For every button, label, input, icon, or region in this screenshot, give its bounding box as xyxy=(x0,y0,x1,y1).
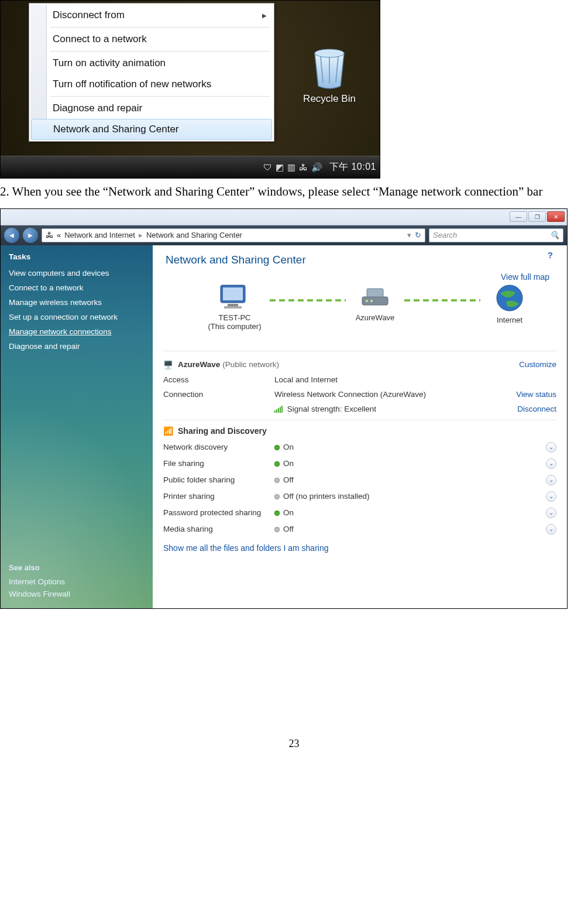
menu-turn-off-notification[interactable]: Turn off notification of new networks xyxy=(30,74,273,95)
tray-app-icon[interactable]: ◩ xyxy=(276,162,284,173)
volume-icon[interactable]: 🔊 xyxy=(311,162,322,173)
map-router-label: AzureWave xyxy=(334,313,416,322)
divider xyxy=(163,351,556,351)
map-pc-label: TEST-PC xyxy=(194,313,276,322)
row-label: Access xyxy=(163,375,274,384)
breadcrumb-seg-2[interactable]: Network and Sharing Center xyxy=(146,231,242,239)
page-number: 23 xyxy=(0,738,588,750)
view-status-link[interactable]: View status xyxy=(486,390,556,399)
sidebar-task-connect-network[interactable]: Connect to a network xyxy=(9,280,145,295)
sharing-row: File sharingOn⌄ xyxy=(163,456,556,472)
map-node-internet: Internet xyxy=(469,283,551,324)
search-icon: 🔍 xyxy=(550,231,559,239)
nav-forward-button[interactable]: ► xyxy=(23,228,38,243)
search-placeholder: Search xyxy=(433,231,457,239)
map-pc-sublabel: (This computer) xyxy=(194,322,276,331)
row-value: On xyxy=(274,508,486,517)
breadcrumb[interactable]: 🖧 « Network and Internet ▸ Network and S… xyxy=(42,228,425,242)
sidebar-task-manage-connections[interactable]: Manage network connections xyxy=(9,324,145,339)
sidebar-task-setup-connection[interactable]: Set up a connection or network xyxy=(9,310,145,324)
breadcrumb-dropdown-icon[interactable]: ▾ xyxy=(407,231,411,239)
trash-icon xyxy=(308,43,351,90)
system-tray: 🛡 ◩ ▥ 🖧 🔊 下午 10:01 xyxy=(263,156,376,178)
expand-button[interactable]: ⌄ xyxy=(546,508,556,518)
row-value: Signal strength: Excellent xyxy=(274,405,486,413)
close-button[interactable]: ✕ xyxy=(547,211,565,222)
sharing-discovery-heading: 📶 Sharing and Discovery xyxy=(163,426,556,436)
customize-link[interactable]: Customize xyxy=(519,360,556,369)
row-value: Off xyxy=(274,475,486,484)
network-connection-row: Connection Wireless Network Connection (… xyxy=(163,387,556,402)
network-header-row: 🖥️ AzureWave (Public network) Customize xyxy=(163,357,556,372)
row-value: On xyxy=(274,459,486,468)
expand-button[interactable]: ⌄ xyxy=(546,475,556,485)
main-panel: ? Network and Sharing Center View full m… xyxy=(153,245,567,608)
sharing-row: Password protected sharingOn⌄ xyxy=(163,505,556,521)
taskbar: 🛡 ◩ ▥ 🖧 🔊 下午 10:01 xyxy=(1,156,380,178)
status-dot-icon xyxy=(274,478,280,483)
router-icon xyxy=(357,283,393,311)
sidebar-task-view-computers[interactable]: View computers and devices xyxy=(9,266,145,280)
sidebar-task-manage-wireless[interactable]: Manage wireless networks xyxy=(9,295,145,310)
maximize-button[interactable]: ❐ xyxy=(528,211,546,222)
recycle-bin-icon[interactable]: Recycle Bin xyxy=(294,43,365,105)
sidebar-task-diagnose-repair[interactable]: Diagnose and repair xyxy=(9,339,145,354)
network-icon[interactable]: 🖧 xyxy=(299,162,308,172)
row-label: Connection xyxy=(163,390,274,399)
menu-separator xyxy=(50,27,270,28)
row-label: File sharing xyxy=(163,459,274,468)
breadcrumb-seg-1[interactable]: Network and Internet xyxy=(64,231,135,239)
battery-icon[interactable]: ▥ xyxy=(287,162,295,173)
network-type: (Public network) xyxy=(222,360,279,369)
menu-connect-network[interactable]: Connect to a network xyxy=(30,29,273,50)
svg-rect-12 xyxy=(276,409,277,413)
tasks-sidebar: Tasks View computers and devices Connect… xyxy=(1,245,153,608)
expand-button[interactable]: ⌄ xyxy=(546,524,556,535)
row-value: Wireless Network Connection (AzureWave) xyxy=(274,390,486,399)
status-dot-icon xyxy=(274,511,280,516)
svg-rect-15 xyxy=(281,406,283,413)
row-value: Local and Internet xyxy=(274,375,486,384)
network-context-menu: Disconnect from Connect to a network Tur… xyxy=(29,3,274,142)
see-also-windows-firewall[interactable]: Windows Firewall xyxy=(9,588,145,600)
menu-diagnose-repair[interactable]: Diagnose and repair xyxy=(30,98,273,119)
disconnect-link[interactable]: Disconnect xyxy=(486,405,556,413)
minimize-button[interactable]: — xyxy=(510,211,527,222)
nav-back-button[interactable]: ◄ xyxy=(4,228,19,243)
search-input[interactable]: Search 🔍 xyxy=(429,228,563,242)
svg-point-0 xyxy=(315,49,344,57)
sharing-row: Network discoveryOn⌄ xyxy=(163,439,556,456)
menu-activity-animation[interactable]: Turn on activity animation xyxy=(30,53,273,74)
menu-network-sharing-center[interactable]: Network and Sharing Center xyxy=(31,119,272,140)
menu-separator xyxy=(50,51,270,52)
svg-rect-13 xyxy=(278,408,279,413)
divider xyxy=(163,420,556,420)
row-label: Public folder sharing xyxy=(163,475,274,484)
help-icon[interactable]: ? xyxy=(548,250,553,260)
svg-rect-14 xyxy=(280,407,281,413)
row-label: Media sharing xyxy=(163,525,274,533)
status-dot-icon xyxy=(274,461,280,467)
sharing-icon: 📶 xyxy=(163,426,173,436)
show-shared-files-link[interactable]: Show me all the files and folders I am s… xyxy=(163,543,556,553)
status-dot-icon xyxy=(274,494,280,499)
computer-icon xyxy=(217,283,252,311)
refresh-icon[interactable]: ↻ xyxy=(415,231,421,239)
svg-rect-6 xyxy=(367,289,383,297)
tray-clock[interactable]: 下午 10:01 xyxy=(329,161,376,173)
expand-button[interactable]: ⌄ xyxy=(546,458,556,469)
view-full-map-link[interactable]: View full map xyxy=(501,272,549,282)
expand-button[interactable]: ⌄ xyxy=(546,442,556,453)
network-signal-row: Signal strength: Excellent Disconnect xyxy=(163,402,556,416)
svg-point-7 xyxy=(366,300,368,302)
see-also-internet-options[interactable]: Internet Options xyxy=(9,576,145,588)
sharing-row: Public folder sharingOff⌄ xyxy=(163,472,556,488)
instruction-step-2: 2. When you see the “Network and Sharing… xyxy=(0,182,562,201)
menu-disconnect-from[interactable]: Disconnect from xyxy=(30,5,273,26)
network-name: AzureWave xyxy=(178,360,220,369)
row-label: Network discovery xyxy=(163,443,274,451)
shield-icon[interactable]: 🛡 xyxy=(263,162,272,172)
sidebar-heading: Tasks xyxy=(9,252,145,261)
network-icon: 🖥️ xyxy=(163,360,173,369)
expand-button[interactable]: ⌄ xyxy=(546,491,556,502)
